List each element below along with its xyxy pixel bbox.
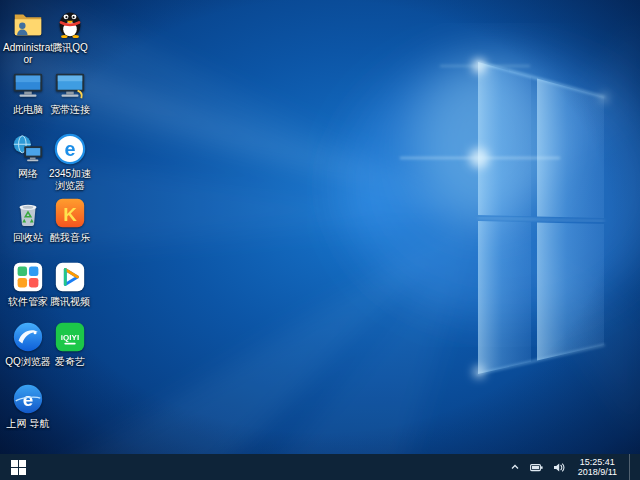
taskbar: 15:25:41 2018/9/11 (0, 454, 640, 480)
tencent-video-icon (53, 260, 87, 294)
icon-label: 宽带连接 (44, 104, 96, 116)
desktop-icon-tencent-qq[interactable]: 腾讯QQ (44, 6, 96, 66)
icon-label: 爱奇艺 (44, 356, 96, 368)
tray-expand-chevron-icon[interactable] (508, 454, 522, 480)
desktop-icon-kuwo-music[interactable]: K 酷我音乐 (44, 196, 96, 256)
desktop-icon-web-navigation[interactable]: e 上网 导航 (2, 382, 54, 442)
svg-text:K: K (63, 204, 77, 225)
icon-label: 酷我音乐 (44, 232, 96, 244)
network-globe-icon (11, 132, 45, 166)
broadband-icon (53, 68, 87, 102)
show-desktop-button[interactable] (629, 454, 635, 480)
user-folder-icon (11, 6, 45, 40)
icon-label: 腾讯QQ (44, 42, 96, 54)
svg-text:iQIYI: iQIYI (61, 333, 79, 342)
qq-browser-icon (11, 320, 45, 354)
icon-label: 腾讯视频 (44, 296, 96, 308)
desktop-icon-2345-browser[interactable]: e 2345加速浏览器 (44, 132, 96, 192)
start-button[interactable] (0, 454, 36, 480)
battery-icon[interactable] (530, 454, 544, 480)
desktop-icon-tencent-video[interactable]: 腾讯视频 (44, 260, 96, 320)
desktop-icon-broadband-connection[interactable]: 宽带连接 (44, 68, 96, 128)
svg-text:e: e (64, 138, 75, 160)
software-manager-icon (11, 260, 45, 294)
volume-icon[interactable] (552, 454, 566, 480)
iqiyi-icon: iQIYI (53, 320, 87, 354)
kuwo-music-icon: K (53, 196, 87, 230)
computer-icon (11, 68, 45, 102)
svg-text:e: e (23, 389, 34, 410)
recycle-bin-icon (11, 196, 45, 230)
icon-label: 2345加速浏览器 (44, 168, 96, 192)
windows-logo-icon (11, 460, 26, 475)
desktop-icon-iqiyi[interactable]: iQIYI 爱奇艺 (44, 320, 96, 380)
desktop: Administrator 此电脑 网络 (0, 0, 640, 480)
clock-date: 2018/9/11 (578, 467, 617, 478)
browser-2345-icon: e (53, 132, 87, 166)
taskbar-clock[interactable]: 15:25:41 2018/9/11 (574, 457, 621, 478)
system-tray: 15:25:41 2018/9/11 (508, 454, 640, 480)
icon-label: 上网 导航 (2, 418, 54, 430)
wallpaper-windows-hero (0, 0, 640, 480)
clock-time: 15:25:41 (580, 457, 615, 468)
browser-e-icon: e (11, 382, 45, 416)
qq-penguin-icon (53, 6, 87, 40)
